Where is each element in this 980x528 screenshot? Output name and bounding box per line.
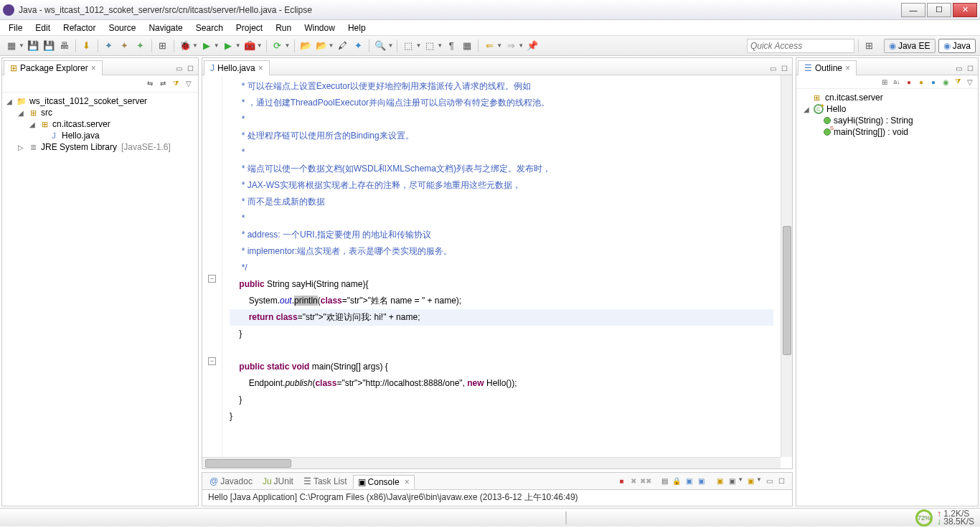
ext-tools-button[interactable]: 🧰	[242, 39, 257, 53]
show-console-button[interactable]: ▣	[684, 476, 694, 486]
terminate-button[interactable]: ■	[616, 476, 626, 486]
fold-icon[interactable]: −	[208, 357, 216, 365]
editor-gutter[interactable]: − −	[202, 75, 222, 468]
expand-arrow-icon[interactable]: ◢	[802, 105, 811, 113]
collapse-all-icon[interactable]: ⇆	[145, 79, 155, 89]
tree-file[interactable]: Hello.java	[62, 131, 100, 141]
show-whitespace-button[interactable]: ¶	[444, 39, 458, 53]
new-wizard-button[interactable]: ✦	[102, 39, 116, 53]
save-button[interactable]: 💾	[26, 39, 40, 53]
pin-button[interactable]: 📌	[525, 39, 540, 53]
block-select-button[interactable]: ▦	[460, 39, 474, 53]
menu-search[interactable]: Search	[190, 22, 229, 34]
outline-tree[interactable]: ⊞ cn.itcast.server ◢ C✦ Hello sayHi(Stri…	[796, 89, 978, 506]
open-task-button[interactable]: 📂	[314, 39, 329, 53]
display-selected-button[interactable]: ▣	[715, 476, 725, 486]
build-button[interactable]: ⬇	[80, 39, 94, 53]
close-icon[interactable]: ×	[91, 63, 96, 73]
maximize-view-icon[interactable]: ☐	[779, 63, 789, 73]
menu-navigate[interactable]: Navigate	[143, 22, 188, 34]
new-console-button[interactable]: ▣	[745, 476, 755, 486]
scroll-lock-button[interactable]: 🔒	[672, 476, 682, 486]
maximize-button[interactable]: ☐	[927, 3, 951, 17]
open-resource-button[interactable]: 📂	[298, 39, 313, 53]
menu-source[interactable]: Source	[103, 22, 141, 34]
hide-fields-icon[interactable]: ●	[904, 77, 914, 87]
expand-arrow-icon[interactable]: ◢	[28, 121, 37, 128]
highlight-button[interactable]: 🖍	[335, 39, 349, 53]
open-console-button[interactable]: ▣	[727, 476, 737, 486]
open-perspective-button[interactable]: ⊞	[862, 39, 877, 53]
menu-project[interactable]: Project	[230, 22, 268, 34]
new-class-button[interactable]: ✦	[133, 39, 148, 53]
minimize-view-icon[interactable]: ▭	[953, 63, 963, 73]
view-menu-icon[interactable]: ▽	[184, 79, 194, 89]
toggle-mark-button[interactable]: ✦	[351, 39, 365, 53]
sort-az-icon[interactable]: a↓	[892, 77, 902, 87]
pin-console-button[interactable]: ▣	[696, 476, 706, 486]
remove-launch-button[interactable]: ✖	[628, 476, 639, 486]
code-area[interactable]: * 可以在端点上设置Executor以便更好地控制用来指派传入请求的线程。例如 …	[222, 75, 781, 457]
package-explorer-tab[interactable]: ⊞ Package Explorer ×	[4, 60, 103, 75]
outline-tab[interactable]: ☰ Outline ×	[798, 60, 857, 75]
close-icon[interactable]: ×	[405, 477, 410, 487]
search-button[interactable]: 🔍	[373, 39, 387, 53]
fold-icon[interactable]: −	[208, 275, 216, 283]
hide-local-icon[interactable]: ◉	[941, 77, 951, 87]
minimize-button[interactable]: —	[901, 3, 925, 17]
menu-window[interactable]: Window	[298, 22, 341, 34]
tab-tasklist[interactable]: ☰Task List	[299, 475, 352, 488]
minimize-view-icon[interactable]: ▭	[764, 476, 774, 486]
menu-refactor[interactable]: Refactor	[57, 22, 101, 34]
maximize-view-icon[interactable]: ☐	[776, 476, 786, 486]
hide-nonpublic-icon[interactable]: ●	[928, 77, 938, 87]
close-icon[interactable]: ×	[258, 63, 263, 73]
expand-arrow-icon[interactable]: ◢	[5, 98, 14, 105]
perspective-java[interactable]: ◉Java	[938, 39, 976, 53]
outline-method-main[interactable]: main(String[]) : void	[834, 127, 908, 137]
annotation-next-icon[interactable]: ⬚	[423, 39, 437, 53]
maximize-view-icon[interactable]: ☐	[965, 63, 975, 73]
vertical-scrollbar[interactable]	[781, 75, 792, 457]
package-explorer-tree[interactable]: ◢ 📁 ws_itcast_1012_scoket_server ◢ ⊞ src…	[2, 93, 198, 506]
menu-help[interactable]: Help	[342, 22, 372, 34]
minimize-view-icon[interactable]: ▭	[768, 63, 778, 73]
run-button[interactable]: ▶	[199, 39, 214, 53]
sort-icon[interactable]: ⊞	[880, 77, 890, 87]
new-pkg-button[interactable]: ✦	[118, 39, 132, 53]
tab-junit[interactable]: JuJUnit	[258, 475, 298, 488]
expand-arrow-icon[interactable]: ◢	[17, 109, 25, 117]
debug-button[interactable]: 🐞	[178, 39, 192, 53]
tree-pkg[interactable]: cn.itcast.server	[52, 119, 110, 129]
open-type-button[interactable]: ⊞	[156, 39, 170, 53]
code-editor[interactable]: − − * 可以在端点上设置Executor以便更好地控制用来指派传入请求的线程…	[202, 75, 792, 468]
close-button[interactable]: ✕	[953, 3, 977, 17]
tab-javadoc[interactable]: @Javadoc	[205, 475, 257, 488]
print-button[interactable]: 🖶	[57, 39, 72, 53]
new-server-button[interactable]: ⟳	[270, 39, 285, 53]
nav-fwd-button[interactable]: ⇒	[504, 39, 518, 53]
menu-file[interactable]: File	[3, 22, 28, 34]
clear-console-button[interactable]: ▤	[659, 476, 669, 486]
outline-method-sayhi[interactable]: sayHi(String) : String	[834, 116, 913, 126]
focus-icon[interactable]: ⧩	[953, 77, 963, 87]
annotation-prev-icon[interactable]: ⬚	[401, 39, 415, 53]
tree-project[interactable]: ws_itcast_1012_scoket_server	[29, 96, 147, 106]
run-last-button[interactable]: ▶	[221, 39, 235, 53]
save-all-button[interactable]: 💾	[42, 39, 56, 53]
tab-console[interactable]: ▣Console×	[353, 475, 415, 489]
expand-arrow-icon[interactable]: ▷	[17, 143, 25, 151]
nav-back-button[interactable]: ⇐	[482, 39, 496, 53]
maximize-view-icon[interactable]: ☐	[185, 63, 195, 73]
remove-all-button[interactable]: ✖✖	[641, 476, 651, 486]
tree-src[interactable]: src	[41, 108, 52, 118]
editor-tab-hello[interactable]: J Hello.java ×	[204, 60, 270, 75]
menu-edit[interactable]: Edit	[29, 22, 56, 34]
new-button[interactable]: ▦	[4, 39, 19, 53]
outline-pkg[interactable]: cn.itcast.server	[825, 93, 883, 103]
view-menu-icon[interactable]: ▽	[965, 77, 975, 87]
menu-run[interactable]: Run	[270, 22, 297, 34]
link-editor-icon[interactable]: ⇄	[158, 79, 168, 89]
tree-jre[interactable]: JRE System Library	[41, 142, 117, 152]
outline-class[interactable]: Hello	[826, 104, 846, 114]
